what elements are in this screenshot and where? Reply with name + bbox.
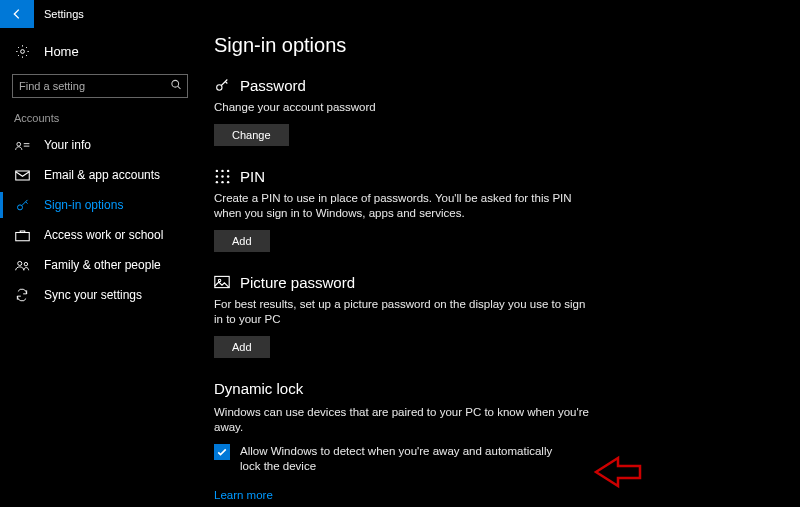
picture-icon	[214, 275, 230, 289]
picture-heading-row: Picture password	[214, 274, 800, 291]
sidebar-item-family[interactable]: Family & other people	[0, 250, 200, 280]
svg-point-14	[226, 169, 228, 171]
add-picture-button[interactable]: Add	[214, 336, 270, 358]
main-content: Sign-in options Password Change your acc…	[200, 28, 800, 507]
sidebar-item-your-info[interactable]: Your info	[0, 130, 200, 160]
svg-rect-8	[15, 232, 29, 240]
svg-point-15	[215, 175, 217, 177]
svg-point-16	[221, 175, 223, 177]
picture-desc: For best results, set up a picture passw…	[214, 297, 594, 328]
svg-line-2	[178, 86, 181, 89]
sync-icon	[14, 288, 30, 302]
picture-heading: Picture password	[240, 274, 355, 291]
add-pin-button[interactable]: Add	[214, 230, 270, 252]
svg-rect-6	[15, 171, 29, 180]
password-heading-row: Password	[214, 77, 800, 94]
home-label: Home	[44, 44, 79, 59]
svg-point-10	[24, 262, 27, 265]
dynamic-lock-label: Allow Windows to detect when you're away…	[240, 444, 574, 475]
svg-point-1	[172, 80, 179, 87]
key-icon	[214, 77, 230, 94]
svg-point-7	[17, 204, 22, 209]
app-title: Settings	[44, 8, 84, 20]
keypad-icon	[214, 169, 230, 184]
search-container	[12, 74, 188, 98]
sidebar-item-signin[interactable]: Sign-in options	[0, 190, 200, 220]
titlebar: Settings	[0, 0, 800, 28]
svg-point-19	[221, 180, 223, 182]
sidebar-item-label: Family & other people	[44, 258, 161, 272]
svg-point-20	[226, 180, 228, 182]
key-icon	[14, 198, 30, 213]
sidebar: Home Accounts Your info Email & app acco…	[0, 28, 200, 507]
people-icon	[14, 259, 30, 272]
back-arrow-icon	[10, 7, 24, 21]
pin-heading: PIN	[240, 168, 265, 185]
dynamic-heading: Dynamic lock	[214, 380, 800, 397]
dynamic-lock-checkbox[interactable]	[214, 444, 230, 460]
dynamic-desc: Windows can use devices that are paired …	[214, 405, 594, 436]
svg-point-18	[215, 180, 217, 182]
svg-point-3	[16, 142, 20, 146]
sidebar-item-label: Your info	[44, 138, 91, 152]
page-title: Sign-in options	[214, 34, 800, 57]
pin-desc: Create a PIN to use in place of password…	[214, 191, 594, 222]
back-button[interactable]	[0, 0, 34, 28]
nav-group-label: Accounts	[0, 112, 200, 124]
svg-point-22	[218, 279, 220, 281]
svg-point-9	[17, 261, 21, 265]
check-icon	[216, 446, 228, 458]
sidebar-item-label: Sign-in options	[44, 198, 123, 212]
password-desc: Change your account password	[214, 100, 594, 116]
briefcase-icon	[14, 229, 30, 242]
learn-more-link[interactable]: Learn more	[214, 489, 273, 501]
sidebar-item-label: Access work or school	[44, 228, 163, 242]
password-heading: Password	[240, 77, 306, 94]
svg-point-17	[226, 175, 228, 177]
gear-icon	[14, 44, 30, 59]
sidebar-item-work[interactable]: Access work or school	[0, 220, 200, 250]
svg-point-11	[217, 85, 222, 90]
svg-point-12	[215, 169, 217, 171]
change-password-button[interactable]: Change	[214, 124, 289, 146]
sidebar-item-sync[interactable]: Sync your settings	[0, 280, 200, 310]
annotation-arrow-icon	[590, 452, 642, 492]
svg-point-13	[221, 169, 223, 171]
mail-icon	[14, 170, 30, 181]
pin-heading-row: PIN	[214, 168, 800, 185]
home-nav[interactable]: Home	[0, 36, 200, 66]
dynamic-lock-checkbox-row: Allow Windows to detect when you're away…	[214, 444, 574, 475]
sidebar-item-label: Email & app accounts	[44, 168, 160, 182]
sidebar-item-email[interactable]: Email & app accounts	[0, 160, 200, 190]
svg-point-0	[20, 49, 24, 53]
sidebar-item-label: Sync your settings	[44, 288, 142, 302]
person-card-icon	[14, 138, 30, 153]
search-icon	[170, 79, 182, 94]
search-input[interactable]	[12, 74, 188, 98]
